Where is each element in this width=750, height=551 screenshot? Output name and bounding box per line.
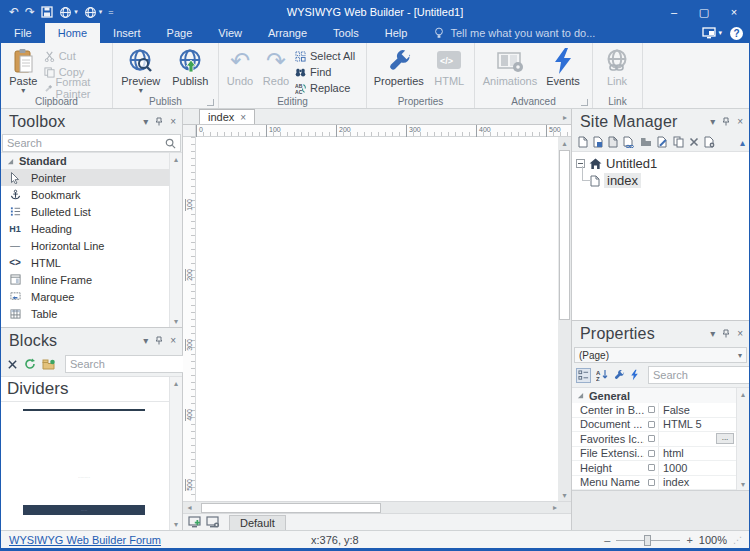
blocks-refresh-icon[interactable] [24,358,36,370]
property-grid-scrollbar[interactable] [736,388,749,490]
blocks-open-folder-icon[interactable] [42,359,55,370]
vertical-scroll-thumb[interactable] [559,150,570,320]
properties-button[interactable]: Properties [371,46,426,87]
canvas-vertical-scrollbar[interactable] [558,137,571,501]
replace-button[interactable]: ABAC Replace [295,81,355,95]
scroll-down-arrow[interactable] [174,518,178,530]
preview-dropdown-arrow2[interactable] [139,88,143,94]
preview-button[interactable]: Preview [117,46,165,94]
tab-page[interactable]: Page [154,23,206,43]
toolbox-item-pointer[interactable]: Pointer [1,169,169,186]
property-value[interactable] [658,432,716,446]
paste-button[interactable]: Paste [5,46,42,94]
scroll-down-arrow[interactable] [562,491,566,500]
publish-dropdown-arrow[interactable] [99,6,103,18]
divider-preview-text[interactable]: ········· [23,475,145,480]
property-value[interactable]: html [658,447,736,461]
add-breakpoint-icon[interactable] [187,515,203,530]
scroll-left-arrow[interactable] [183,503,196,512]
toolbox-item-marquee[interactable]: Marquee [1,288,169,305]
toolbox-search-input[interactable] [3,137,165,149]
advanced-dialog-launcher[interactable] [581,99,588,106]
property-value[interactable]: HTML 5 [658,418,736,432]
property-row-favorites-icon[interactable]: Favorites Ic... ... [572,432,736,447]
property-row-file-extension[interactable]: File Extensi... html [572,447,736,462]
object-selector-dropdown[interactable]: (Page) [574,347,747,363]
properties-close-icon[interactable] [737,328,743,339]
customize-qat-icon[interactable]: = [108,6,113,18]
find-button[interactable]: Find [295,65,355,79]
site-manager-pin-icon[interactable] [722,117,730,126]
workspace-dropdown-arrow[interactable] [718,29,722,37]
property-row-menu-name[interactable]: Menu Name index [572,476,736,491]
page-canvas[interactable] [196,137,558,501]
toolbox-item-table[interactable]: Table [1,305,169,322]
scroll-up-arrow[interactable] [174,377,178,389]
divider-preview-line[interactable] [23,409,145,411]
property-value[interactable]: False [658,403,736,417]
scroll-down-arrow[interactable] [741,478,745,490]
delete-page-icon[interactable] [689,137,699,147]
select-all-button[interactable]: Select All [295,49,355,63]
zoom-out-button[interactable] [604,534,610,546]
divider-preview-bar[interactable]: ····· [23,505,145,515]
property-row-height[interactable]: Height 1000 [572,461,736,476]
tellme-box[interactable]: Tell me what you want to do... [434,23,595,43]
toolbox-search[interactable] [2,134,181,152]
zoom-slider-thumb[interactable] [644,535,651,546]
toolbox-item-inline-frame[interactable]: Inline Frame [1,271,169,288]
new-master-page-icon[interactable] [593,136,603,148]
scroll-up-arrow[interactable] [174,153,178,165]
toolbox-item-bookmark[interactable]: Bookmark [1,186,169,203]
breakpoint-tab-default[interactable]: Default [229,515,286,530]
breakpoint-settings-icon[interactable] [205,515,221,530]
publish-button[interactable]: Publish [167,46,215,87]
zoom-slider[interactable] [616,540,680,541]
toolbox-menu-icon[interactable] [143,116,148,127]
events-bolt-icon[interactable] [630,369,639,381]
canvas-horizontal-scrollbar[interactable] [183,501,571,513]
cut-button[interactable]: Cut [44,49,108,63]
properties-pin-icon[interactable] [722,329,730,338]
undo-button[interactable]: Undo [223,46,257,87]
scroll-up-arrow[interactable] [562,137,566,149]
toolbox-item-html[interactable]: <> HTML [1,254,169,271]
tab-view[interactable]: View [205,23,255,43]
tab-arrange[interactable]: Arrange [255,23,320,43]
link-page-icon[interactable] [623,136,635,148]
horizontal-scroll-thumb[interactable] [201,503,381,513]
toolbox-close-icon[interactable] [170,116,176,127]
redo-icon[interactable] [25,6,35,18]
tab-insert[interactable]: Insert [100,23,154,43]
tab-file[interactable]: File [1,23,45,43]
resize-grip[interactable]: ⋰ [733,535,741,545]
blocks-section-dividers[interactable]: Dividers [1,377,182,402]
save-icon[interactable] [41,6,53,18]
toolbox-item-horizontal-line[interactable]: — Horizontal Line [1,237,169,254]
minimize-button[interactable] [659,1,689,23]
link-button[interactable]: Link [597,46,637,87]
page-properties-icon[interactable] [704,136,715,148]
blocks-scrollbar[interactable] [169,377,182,530]
publish-dialog-launcher[interactable] [207,99,214,106]
maximize-button[interactable] [689,1,719,23]
page-icon[interactable] [608,136,618,148]
document-tab-index[interactable]: index [199,109,255,124]
toolbox-scrollbar[interactable] [169,153,182,327]
blocks-menu-icon[interactable] [143,335,148,346]
blocks-pin-icon[interactable] [155,336,163,345]
html-button[interactable]: </> HTML [428,46,470,87]
toolbox-item-bulleted-list[interactable]: Bulleted List [1,203,169,220]
copy-page-icon[interactable] [673,136,684,148]
format-painter-button[interactable]: Format Painter [44,81,108,95]
move-up-icon[interactable] [740,137,745,148]
toolbox-item-heading[interactable]: H1 Heading [1,220,169,237]
workspace-icon[interactable] [702,27,722,39]
scroll-right-arrow[interactable] [553,503,557,512]
events-button[interactable]: Events [543,46,583,87]
property-row-center-in-browser[interactable]: Center in B... False [572,403,736,418]
site-tree-page-index[interactable]: index [590,172,749,189]
blocks-close-icon[interactable] [170,335,176,346]
publish-icon[interactable] [84,6,103,19]
redo-button[interactable]: Redo [259,46,293,87]
